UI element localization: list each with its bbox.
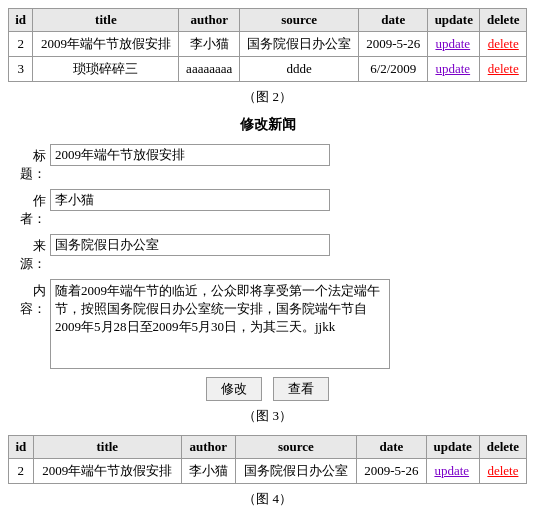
col4-author: author [181, 436, 235, 459]
delete-link[interactable]: delete [488, 36, 519, 51]
update-link[interactable]: update [435, 36, 470, 51]
cell-delete[interactable]: delete [479, 459, 526, 484]
cell-delete[interactable]: delete [480, 57, 527, 82]
update-link[interactable]: update [435, 61, 470, 76]
update-link[interactable]: update [434, 463, 469, 478]
title-label: 标题： [8, 144, 50, 183]
col-date: date [359, 9, 428, 32]
delete-link[interactable]: delete [488, 61, 519, 76]
cell-delete[interactable]: delete [480, 32, 527, 57]
author-row: 作者： [8, 189, 527, 228]
cell-date: 6/2/2009 [359, 57, 428, 82]
col4-source: source [235, 436, 356, 459]
cell-title: 2009年端午节放假安排 [33, 32, 179, 57]
cell-update[interactable]: update [428, 32, 480, 57]
cell-author: aaaaaaaa [179, 57, 239, 82]
fig4-section: id title author source date update delet… [8, 435, 527, 508]
cell-id: 2 [9, 32, 33, 57]
col-source: source [239, 9, 359, 32]
col-author: author [179, 9, 239, 32]
content-row: 内容： [8, 279, 527, 369]
form-title: 修改新闻 [8, 116, 527, 134]
cell-source: 国务院假日办公室 [239, 32, 359, 57]
source-input[interactable] [50, 234, 330, 256]
delete-link[interactable]: delete [487, 463, 518, 478]
col4-title: title [33, 436, 181, 459]
fig2-table: id title author source date update delet… [8, 8, 527, 82]
view-button[interactable]: 查看 [273, 377, 329, 401]
cell-date: 2009-5-26 [357, 459, 427, 484]
title-row: 标题： [8, 144, 527, 183]
content-label: 内容： [8, 279, 50, 318]
form-buttons: 修改 查看 [8, 377, 527, 401]
col4-id: id [9, 436, 34, 459]
cell-author: 李小猫 [181, 459, 235, 484]
col-delete: delete [480, 9, 527, 32]
table-row: 3 琐琐碎碎三 aaaaaaaa ddde 6/2/2009 update de… [9, 57, 527, 82]
table-row: 2 2009年端午节放假安排 李小猫 国务院假日办公室 2009-5-26 up… [9, 459, 527, 484]
title-input[interactable] [50, 144, 330, 166]
col4-delete: delete [479, 436, 526, 459]
cell-title: 2009年端午节放假安排 [33, 459, 181, 484]
col-update: update [428, 9, 480, 32]
cell-update[interactable]: update [426, 459, 479, 484]
fig4-table: id title author source date update delet… [8, 435, 527, 484]
cell-source: ddde [239, 57, 359, 82]
col-id: id [9, 9, 33, 32]
fig4-caption: （图 4） [8, 490, 527, 508]
cell-id: 2 [9, 459, 34, 484]
source-row: 来源： [8, 234, 527, 273]
col-title: title [33, 9, 179, 32]
author-input[interactable] [50, 189, 330, 211]
cell-title: 琐琐碎碎三 [33, 57, 179, 82]
content-textarea[interactable] [50, 279, 390, 369]
author-label: 作者： [8, 189, 50, 228]
cell-update[interactable]: update [428, 57, 480, 82]
fig3-caption: （图 3） [8, 407, 527, 425]
source-label: 来源： [8, 234, 50, 273]
cell-date: 2009-5-26 [359, 32, 428, 57]
modify-button[interactable]: 修改 [206, 377, 262, 401]
table-row: 2 2009年端午节放假安排 李小猫 国务院假日办公室 2009-5-26 up… [9, 32, 527, 57]
col4-date: date [357, 436, 427, 459]
cell-id: 3 [9, 57, 33, 82]
cell-author: 李小猫 [179, 32, 239, 57]
fig2-caption: （图 2） [8, 88, 527, 106]
fig2-section: id title author source date update delet… [8, 8, 527, 106]
cell-source: 国务院假日办公室 [235, 459, 356, 484]
edit-form-section: 修改新闻 标题： 作者： 来源： 内容： 修改 查看 （图 3） [8, 116, 527, 425]
col4-update: update [426, 436, 479, 459]
